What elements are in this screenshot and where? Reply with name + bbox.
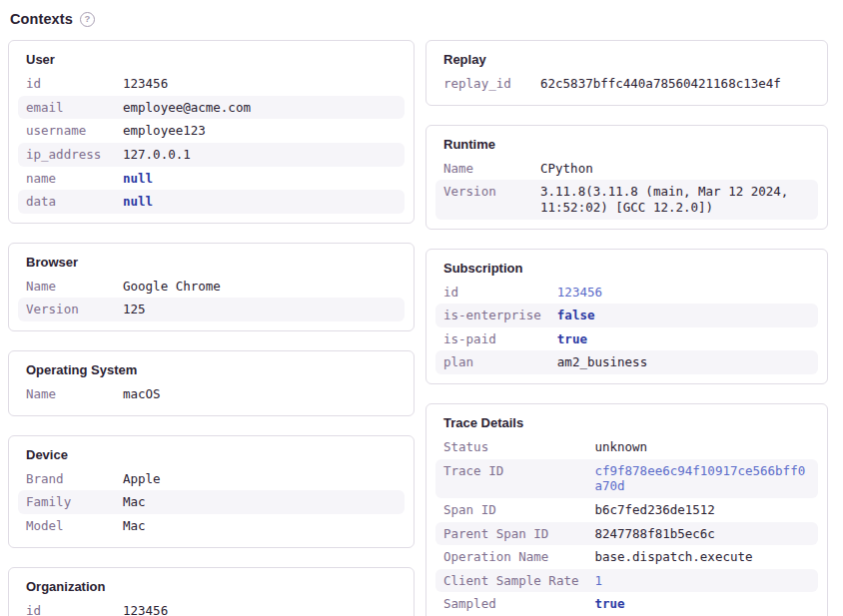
row-value: 62c5837bffc440a78560421168c13e4f bbox=[532, 72, 818, 96]
row-key: Brand bbox=[18, 467, 115, 491]
table-row: id 123456 bbox=[18, 599, 405, 616]
row-key: is-paid bbox=[435, 327, 549, 351]
row-key: ip_address bbox=[18, 143, 115, 167]
table-row: Family Mac bbox=[18, 490, 405, 514]
card-title: Trace Details bbox=[443, 415, 818, 430]
table-row: id 123456 bbox=[435, 281, 818, 305]
table-row: Name macOS bbox=[18, 382, 405, 406]
row-key: Status bbox=[435, 435, 586, 459]
question-mark-glyph: ? bbox=[84, 14, 90, 24]
row-value: am2_business bbox=[549, 350, 818, 374]
card-title: Replay bbox=[443, 52, 818, 67]
row-key: Trace ID bbox=[435, 459, 586, 498]
key-value-table: Brand Apple Family Mac Model Mac bbox=[18, 467, 405, 538]
row-value: Google Chrome bbox=[115, 275, 405, 299]
row-key: Operation Name bbox=[435, 545, 586, 569]
key-value-table: Name Google Chrome Version 125 bbox=[18, 275, 405, 321]
key-value-table: id 123456 email employee@acme.com userna… bbox=[18, 72, 405, 214]
row-value-link[interactable]: cf9f878ee6c94f10917ce566bff0a70d bbox=[586, 459, 818, 498]
key-value-table: Status unknown Trace ID cf9f878ee6c94f10… bbox=[435, 435, 818, 616]
row-key: email bbox=[18, 96, 115, 120]
section-heading: Contexts ? bbox=[10, 11, 829, 27]
table-row: plan am2_business bbox=[435, 350, 818, 374]
row-value: 127.0.0.1 bbox=[115, 143, 405, 167]
table-row: Name CPython bbox=[435, 157, 818, 181]
card-title: Runtime bbox=[443, 137, 818, 152]
context-card-replay: Replay replay_id 62c5837bffc440a78560421… bbox=[425, 40, 828, 106]
row-key: Model bbox=[18, 514, 115, 538]
card-title: Operating System bbox=[26, 362, 405, 377]
row-value: true bbox=[586, 592, 818, 616]
row-key: id bbox=[18, 72, 115, 96]
row-key: Parent Span ID bbox=[435, 522, 586, 546]
context-card-trace-details: Trace Details Status unknown Trace ID cf… bbox=[425, 403, 828, 616]
row-key: plan bbox=[435, 350, 549, 374]
context-card-organization: Organization id 123456 slug acme bbox=[8, 567, 415, 616]
context-card-operating-system: Operating System Name macOS bbox=[8, 350, 415, 416]
row-value: Mac bbox=[115, 514, 405, 538]
card-title: User bbox=[26, 52, 405, 67]
context-card-runtime: Runtime Name CPython Version 3.11.8(3.11… bbox=[425, 125, 828, 230]
row-key: Name bbox=[435, 157, 532, 181]
row-value: 125 bbox=[115, 298, 405, 321]
row-key: Sampled bbox=[435, 592, 586, 616]
table-row: data null bbox=[18, 190, 405, 214]
column-left: User id 123456 email employee@acme.com u… bbox=[8, 40, 415, 616]
table-row: replay_id 62c5837bffc440a78560421168c13e… bbox=[435, 72, 818, 96]
help-icon[interactable]: ? bbox=[80, 12, 95, 27]
row-key: Span ID bbox=[435, 498, 586, 522]
key-value-table: id 123456 slug acme bbox=[18, 599, 405, 616]
row-key: data bbox=[18, 190, 115, 214]
row-key: Name bbox=[18, 275, 115, 299]
table-row: id 123456 bbox=[18, 72, 405, 96]
row-value: true bbox=[549, 327, 818, 351]
row-value: macOS bbox=[115, 382, 405, 406]
row-value: null bbox=[115, 167, 405, 191]
table-row: Status unknown bbox=[435, 435, 818, 459]
context-card-subscription: Subscription id 123456 is-enterprise fal… bbox=[425, 249, 828, 385]
row-value: CPython bbox=[532, 157, 818, 181]
contexts-page: Contexts ? User id 123456 email employee… bbox=[0, 0, 843, 616]
row-value: b6c7fed236de1512 bbox=[586, 498, 818, 522]
table-row: Sampled true bbox=[435, 592, 818, 616]
row-value: 1 bbox=[586, 569, 818, 593]
row-value: 123456 bbox=[115, 599, 405, 616]
key-value-table: Name CPython Version 3.11.8(3.11.8 (main… bbox=[435, 157, 818, 220]
row-value: employee123 bbox=[115, 119, 405, 143]
page-title: Contexts bbox=[10, 11, 73, 27]
row-key: replay_id bbox=[435, 72, 532, 96]
row-value: Apple bbox=[115, 467, 405, 491]
table-row: Operation Name base.dispatch.execute bbox=[435, 545, 818, 569]
table-row: name null bbox=[18, 167, 405, 191]
card-title: Organization bbox=[26, 579, 405, 594]
key-value-table: id 123456 is-enterprise false is-paid tr… bbox=[435, 281, 818, 375]
row-value: unknown bbox=[586, 435, 818, 459]
row-key: id bbox=[18, 599, 115, 616]
table-row: Trace ID cf9f878ee6c94f10917ce566bff0a70… bbox=[435, 459, 818, 498]
context-cards-grid: User id 123456 email employee@acme.com u… bbox=[8, 40, 829, 616]
row-key: Version bbox=[435, 180, 532, 219]
row-value: null bbox=[115, 190, 405, 214]
context-card-user: User id 123456 email employee@acme.com u… bbox=[8, 40, 415, 224]
card-title: Subscription bbox=[443, 261, 818, 276]
key-value-table: replay_id 62c5837bffc440a78560421168c13e… bbox=[435, 72, 818, 96]
row-value: employee@acme.com bbox=[115, 96, 405, 120]
table-row: username employee123 bbox=[18, 119, 405, 143]
table-row: is-enterprise false bbox=[435, 304, 818, 327]
row-key: Name bbox=[18, 382, 115, 406]
table-row: email employee@acme.com bbox=[18, 96, 405, 120]
row-value: 8247788f81b5ec6c bbox=[586, 522, 818, 546]
row-key: is-enterprise bbox=[435, 304, 549, 327]
table-row: Version 3.11.8(3.11.8 (main, Mar 12 2024… bbox=[435, 180, 818, 219]
table-row: Client Sample Rate 1 bbox=[435, 569, 818, 593]
row-key: Family bbox=[18, 490, 115, 514]
card-title: Browser bbox=[26, 255, 405, 270]
table-row: Name Google Chrome bbox=[18, 275, 405, 299]
row-key: Client Sample Rate bbox=[435, 569, 586, 593]
context-card-device: Device Brand Apple Family Mac Model Mac bbox=[8, 435, 415, 548]
row-value: false bbox=[549, 304, 818, 327]
table-row: is-paid true bbox=[435, 327, 818, 351]
context-card-browser: Browser Name Google Chrome Version 125 bbox=[8, 243, 415, 331]
row-key: Version bbox=[18, 298, 115, 321]
row-value: 123456 bbox=[115, 72, 405, 96]
